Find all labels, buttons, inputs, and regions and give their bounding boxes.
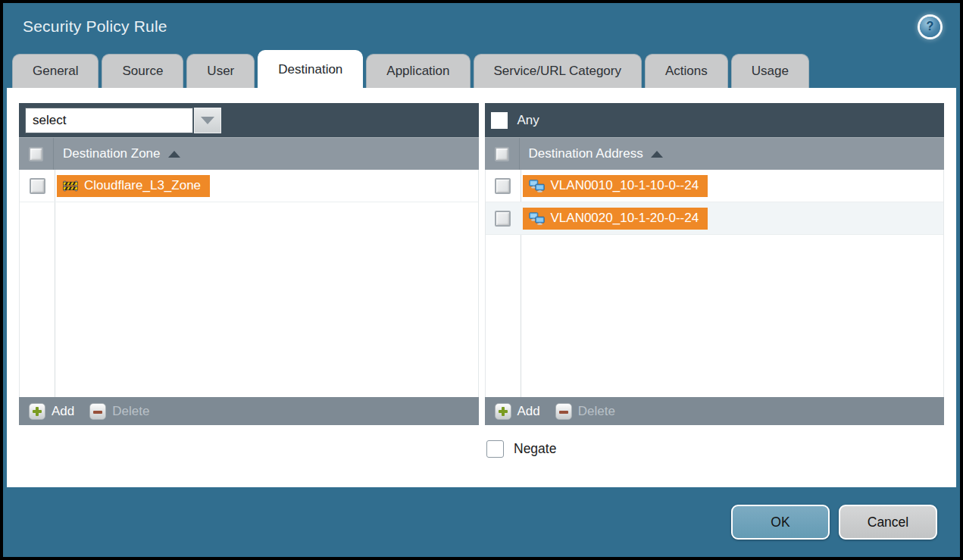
address-badge[interactable]: VLAN0010_10-1-10-0--24 — [523, 175, 708, 197]
address-add-button[interactable]: Add — [495, 403, 540, 420]
tab-label: Source — [122, 64, 163, 79]
zone-panel-footer: Add Delete — [19, 397, 479, 425]
address-column-header[interactable]: Destination Address — [529, 146, 663, 161]
column-divider — [55, 170, 55, 397]
tab-application[interactable]: Application — [366, 54, 470, 88]
dialog-frame: Security Policy Rule ? General Source Us… — [3, 3, 960, 557]
address-panel-topbar: Any — [485, 103, 945, 137]
any-checkbox[interactable] — [491, 112, 508, 129]
tab-label: Application — [386, 64, 449, 79]
add-label: Add — [52, 404, 74, 419]
address-group-icon — [529, 212, 545, 225]
zone-select-all-checkbox[interactable] — [29, 147, 43, 161]
row-checkbox[interactable] — [495, 211, 511, 227]
help-icon[interactable]: ? — [920, 17, 940, 37]
zone-filter-combobox — [25, 108, 221, 133]
address-group-icon — [529, 180, 545, 192]
add-label: Add — [517, 404, 540, 419]
delete-label: Delete — [112, 404, 149, 419]
zone-column-header[interactable]: Destination Zone — [63, 146, 180, 161]
panels: Destination Zone — [19, 103, 944, 425]
minus-icon — [89, 403, 106, 420]
chevron-down-icon — [201, 117, 214, 124]
table-row: VLAN0010_10-1-10-0--24 — [486, 170, 944, 202]
address-table-body: VLAN0010_10-1-10-0--24 — [485, 170, 945, 397]
ok-button[interactable]: OK — [731, 505, 830, 540]
security-policy-rule-dialog: Security Policy Rule ? General Source Us… — [0, 0, 963, 560]
delete-label: Delete — [578, 404, 615, 419]
zone-badge[interactable]: Cloudflare_L3_Zone — [57, 175, 210, 197]
tab-user[interactable]: User — [186, 54, 255, 88]
address-panel-footer: Add Delete — [485, 397, 945, 425]
tab-label: Actions — [665, 64, 708, 79]
tab-source[interactable]: Source — [102, 54, 183, 88]
zone-filter-input[interactable] — [25, 108, 193, 133]
address-table-header: Destination Address — [485, 137, 945, 170]
negate-label: Negate — [514, 441, 556, 457]
titlebar: Security Policy Rule ? — [3, 3, 960, 50]
any-row: Any — [491, 112, 539, 129]
address-select-all-checkbox[interactable] — [495, 147, 509, 161]
sort-ascending-icon — [651, 151, 663, 158]
cancel-button[interactable]: Cancel — [839, 505, 937, 540]
tab-label: User — [207, 64, 234, 79]
tab-bar: General Source User Destination Applicat… — [3, 50, 960, 88]
dialog-title: Security Policy Rule — [23, 17, 167, 36]
tab-general[interactable]: General — [12, 54, 98, 88]
plus-icon — [29, 403, 45, 420]
destination-zone-panel: Destination Zone — [19, 103, 479, 425]
zone-filter-dropdown-button[interactable] — [194, 108, 221, 133]
table-row: Cloudflare_L3_Zone — [20, 170, 478, 202]
sort-ascending-icon — [168, 151, 180, 158]
row-checkbox[interactable] — [495, 178, 511, 194]
row-checkbox[interactable] — [30, 178, 45, 194]
zone-table-header: Destination Zone — [19, 137, 479, 170]
any-label: Any — [517, 113, 539, 128]
address-name: VLAN0010_10-1-10-0--24 — [551, 178, 699, 193]
destination-tab-panel: Destination Zone — [7, 88, 956, 487]
row-checkbox-cell — [20, 178, 55, 194]
address-name: VLAN0020_10-1-20-0--24 — [551, 211, 699, 226]
tab-label: Usage — [752, 64, 789, 79]
row-checkbox-cell — [486, 211, 521, 227]
tab-usage[interactable]: Usage — [731, 54, 809, 88]
negate-row: Negate — [486, 440, 944, 458]
zone-header-checkbox-cell — [19, 138, 54, 170]
tab-actions[interactable]: Actions — [645, 54, 728, 88]
destination-address-panel: Any Destination Address — [485, 103, 945, 425]
zone-delete-button[interactable]: Delete — [89, 403, 149, 420]
zone-panel-topbar — [19, 103, 479, 137]
tab-label: General — [33, 64, 78, 79]
minus-icon — [555, 403, 572, 420]
row-checkbox-cell — [486, 178, 521, 194]
address-header-checkbox-cell — [485, 138, 520, 170]
tab-destination[interactable]: Destination — [258, 50, 363, 88]
address-column-label: Destination Address — [529, 146, 643, 161]
tab-label: Destination — [278, 62, 342, 77]
zone-name: Cloudflare_L3_Zone — [84, 178, 201, 193]
dialog-footer: OK Cancel — [3, 487, 960, 557]
address-badge[interactable]: VLAN0020_10-1-20-0--24 — [523, 208, 708, 230]
zone-icon — [63, 180, 78, 192]
table-row: VLAN0020_10-1-20-0--24 — [486, 202, 944, 235]
tab-service-url-category[interactable]: Service/URL Category — [474, 54, 643, 88]
content-wrap: Destination Zone — [3, 88, 960, 487]
help-glyph: ? — [927, 20, 934, 33]
plus-icon — [495, 403, 511, 420]
zone-column-label: Destination Zone — [63, 146, 161, 161]
zone-table-body: Cloudflare_L3_Zone — [19, 170, 479, 397]
negate-checkbox[interactable] — [486, 440, 504, 458]
address-delete-button[interactable]: Delete — [555, 403, 615, 420]
tab-label: Service/URL Category — [494, 64, 622, 79]
zone-add-button[interactable]: Add — [29, 403, 74, 420]
